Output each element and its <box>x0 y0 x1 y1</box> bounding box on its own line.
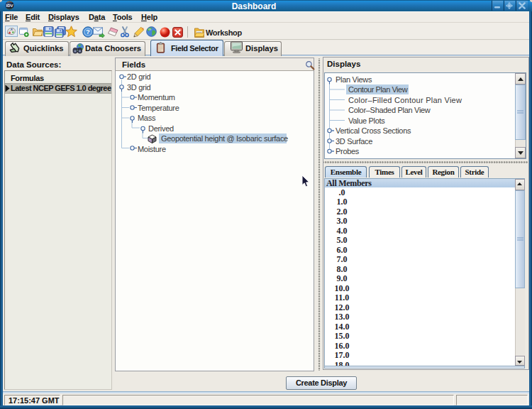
svg-text:?: ? <box>86 28 90 36</box>
svg-text:IDV: IDV <box>6 4 13 8</box>
